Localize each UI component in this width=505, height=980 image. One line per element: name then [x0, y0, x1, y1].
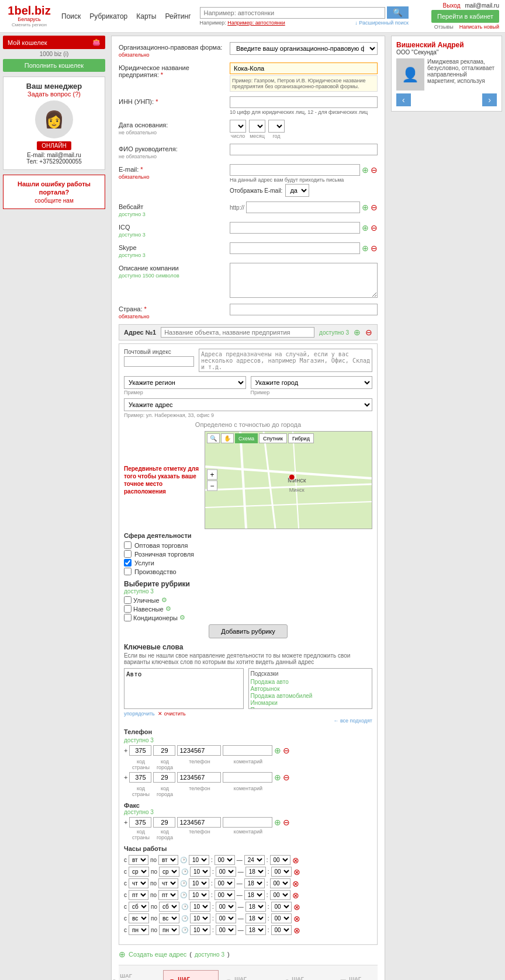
hours-open-h-5[interactable]: 10	[190, 902, 210, 912]
hours-open-m-4[interactable]: 00	[215, 890, 235, 900]
hours-open-h-4[interactable]: 10	[189, 890, 209, 900]
phone-add-icon-1[interactable]: ⊕	[274, 746, 281, 755]
fax-country[interactable]	[129, 817, 151, 828]
hours-close-m-3[interactable]: 00	[270, 878, 290, 888]
map-zoom-in[interactable]: +	[207, 470, 217, 480]
hours-from-day-7[interactable]: пн	[129, 925, 149, 935]
postal-input[interactable]	[124, 356, 194, 367]
hours-close-h-2[interactable]: 18	[245, 867, 266, 877]
phone-number-1[interactable]	[177, 745, 221, 756]
hours-from-day-3[interactable]: чт	[129, 878, 148, 888]
email-add-icon[interactable]: ⊕	[362, 165, 369, 175]
sort-link[interactable]: упорядочить	[124, 711, 155, 717]
skype-add-icon[interactable]: ⊕	[362, 244, 369, 253]
rubric-1-checkbox[interactable]	[124, 596, 132, 604]
prev-arrow-button[interactable]: ‹	[396, 93, 411, 106]
hours-close-m-4[interactable]: 00	[270, 890, 290, 900]
email-input[interactable]	[230, 164, 360, 176]
hours-from-day-4[interactable]: пт	[129, 890, 148, 900]
phone-comment-2[interactable]	[223, 772, 272, 783]
all-link[interactable]: ← все подходят	[333, 718, 372, 724]
phone-country-2[interactable]	[129, 772, 151, 783]
region-select[interactable]: Укажите регион	[124, 376, 246, 389]
keywords-textarea[interactable]: Авто	[124, 668, 244, 709]
add-rubric-button[interactable]: Добавить рубрику	[209, 624, 287, 638]
org-form-select[interactable]: Введите вашу организационно-правовую фор…	[230, 42, 378, 55]
suggestion-3[interactable]: Иномарки	[251, 700, 371, 706]
hours-close-m-7[interactable]: 00	[271, 925, 292, 935]
rubric-2-settings-icon[interactable]: ⚙	[165, 605, 171, 613]
hours-delete-5[interactable]: ⊗	[293, 902, 300, 912]
activity-production-checkbox[interactable]	[124, 568, 132, 575]
nav-rating[interactable]: Рейтинг	[165, 12, 191, 20]
advanced-search-link[interactable]: ↓ Расширенный поиск	[355, 20, 409, 26]
manager-question-link[interactable]: Задать вопрос (?)	[27, 91, 81, 98]
hours-close-h-4[interactable]: 18	[244, 890, 265, 900]
search-example-link[interactable]: Например: автостоянки	[227, 20, 285, 26]
country-input[interactable]	[230, 304, 378, 315]
hours-open-h-2[interactable]: 10	[190, 867, 210, 877]
city-select[interactable]: Укажите город	[251, 376, 373, 389]
hours-from-day-5[interactable]: сб	[129, 902, 149, 912]
hours-open-m-3[interactable]: 00	[215, 878, 235, 888]
hours-to-day-4[interactable]: пт	[158, 890, 178, 900]
nav-maps[interactable]: Карты	[136, 12, 156, 20]
hours-open-m-6[interactable]: 00	[216, 913, 236, 923]
refill-button[interactable]: Пополнить кошелек	[3, 59, 105, 72]
change-region-link[interactable]: Сменить регион	[12, 22, 47, 27]
map-zoom-btn[interactable]: 🔍	[207, 433, 220, 443]
website-remove-icon[interactable]: ⊖	[371, 203, 378, 212]
nav-search[interactable]: Поиск	[61, 12, 81, 20]
hours-close-m-2[interactable]: 00	[271, 867, 292, 877]
suggestion-0[interactable]: Продажа авто	[251, 679, 371, 685]
hours-open-h-6[interactable]: 10	[190, 913, 210, 923]
hours-close-m-5[interactable]: 00	[271, 902, 292, 912]
hours-to-day-2[interactable]: ср	[159, 867, 179, 877]
inn-input[interactable]	[230, 96, 378, 108]
hours-delete-4[interactable]: ⊗	[292, 891, 299, 900]
next-arrow-button[interactable]: ›	[482, 93, 497, 106]
icq-input[interactable]	[230, 222, 360, 234]
hours-to-day-7[interactable]: пн	[159, 925, 179, 935]
map-tool-btn[interactable]: ✋	[221, 433, 234, 443]
phone-city-2[interactable]	[153, 772, 175, 783]
phone-country-1[interactable]	[129, 745, 151, 756]
hours-close-h-6[interactable]: 18	[245, 913, 266, 923]
phone-city-1[interactable]	[153, 745, 175, 756]
rubric-1-settings-icon[interactable]: ⚙	[161, 596, 167, 604]
hours-open-m-2[interactable]: 00	[216, 867, 236, 877]
phone-number-2[interactable]	[177, 772, 221, 783]
search-input[interactable]	[200, 7, 385, 19]
phone-comment-1[interactable]	[223, 745, 272, 756]
error-report-link[interactable]: сообщите нам	[34, 197, 74, 204]
hours-to-day-3[interactable]: чт	[158, 878, 178, 888]
website-input[interactable]	[246, 201, 360, 213]
suggestion-2[interactable]: Продажа автомобилей	[251, 693, 371, 699]
hours-to-day-5[interactable]: сб	[159, 902, 179, 912]
hours-open-h-3[interactable]: 10	[189, 878, 209, 888]
hours-delete-2[interactable]: ⊗	[293, 867, 300, 877]
desc-textarea[interactable]	[230, 263, 378, 298]
fax-remove-icon[interactable]: ⊖	[283, 818, 290, 827]
cabinet-button[interactable]: Перейти в кабинет	[431, 10, 499, 23]
hours-delete-1[interactable]: ⊗	[292, 856, 299, 865]
email-link[interactable]: mail@mail.ru	[465, 2, 500, 9]
activity-services-checkbox[interactable]	[124, 559, 132, 567]
hours-open-m-1[interactable]: 00	[215, 855, 235, 865]
skype-input[interactable]	[230, 242, 360, 254]
map-street-btn[interactable]: Схема	[235, 433, 258, 443]
search-button[interactable]: 🔍	[387, 6, 409, 19]
logout-link[interactable]: Выход	[443, 2, 461, 9]
show-email-select[interactable]: да	[285, 184, 309, 197]
email-remove-icon[interactable]: ⊖	[371, 165, 378, 175]
fax-number[interactable]	[177, 817, 221, 828]
hours-close-m-6[interactable]: 00	[271, 913, 292, 923]
hours-from-day-6[interactable]: вс	[129, 913, 149, 923]
hours-open-h-7[interactable]: 10	[190, 925, 210, 935]
address-add-icon[interactable]: ⊕	[354, 328, 361, 337]
hours-to-day-6[interactable]: вс	[159, 913, 179, 923]
hours-open-h-1[interactable]: 10	[189, 855, 209, 865]
phone-remove-icon-1[interactable]: ⊖	[283, 746, 290, 755]
rubric-2-checkbox[interactable]	[124, 605, 132, 613]
icq-add-icon[interactable]: ⊕	[362, 223, 369, 232]
